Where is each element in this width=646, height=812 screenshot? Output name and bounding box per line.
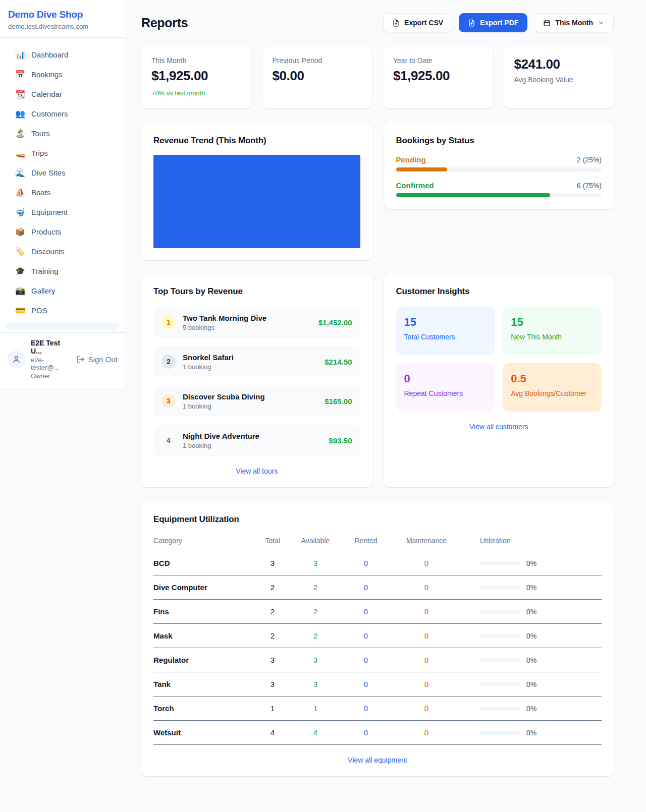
tour-info: Night Dive Adventure1 booking	[183, 432, 322, 449]
rank-badge: 3	[162, 394, 176, 408]
sidebar-item-dive-sites[interactable]: 🌊Dive Sites	[6, 163, 119, 183]
tour-name: Discover Scuba Diving	[183, 392, 317, 401]
tour-revenue: $93.50	[329, 436, 352, 445]
equipment-table: CategoryTotalAvailableRentedMaintenanceU…	[153, 534, 602, 745]
equipment-available: 3	[290, 559, 341, 567]
status-head: Confirmed6 (75%)	[396, 181, 602, 190]
insight-label: Total Customers	[404, 333, 487, 341]
equipment-total: 1	[255, 704, 290, 713]
equipment-maintenance: 0	[391, 680, 462, 688]
insight-value: 15	[404, 316, 487, 329]
status-value: 2 (25%)	[577, 156, 602, 164]
stat-label: Avg Booking Value	[514, 76, 604, 84]
stat-cards: This Month$1,925.00+0% vs last monthPrev…	[141, 46, 614, 108]
view-all-equipment-link[interactable]: View all equipment	[153, 756, 602, 764]
status-rows: Pending2 (25%)Confirmed6 (75%)	[396, 155, 602, 197]
sidebar-item-label: Training	[31, 267, 59, 275]
sidebar-item-tours[interactable]: 🏝️Tours	[6, 124, 119, 143]
equipment-total: 2	[255, 631, 290, 640]
sidebar-item-customers[interactable]: 👥Customers	[6, 104, 119, 124]
utilization-percent: 0%	[526, 656, 536, 664]
export-csv-button[interactable]: Export CSV	[383, 13, 452, 32]
sidebar-item-gallery[interactable]: 📸Gallery	[6, 281, 119, 301]
island-icon: 🏝️	[15, 129, 24, 138]
equipment-total: 3	[255, 680, 290, 688]
sidebar-item-discounts[interactable]: 🏷️Discounts	[6, 242, 119, 261]
table-row: Wetsuit44000%	[153, 721, 602, 745]
file-download-icon	[468, 19, 475, 27]
equipment-available: 3	[290, 656, 341, 664]
equipment-total: 3	[255, 559, 290, 567]
table-row: Torch11000%	[153, 697, 602, 721]
sign-out-button[interactable]: Sign Out	[76, 355, 118, 364]
sidebar-item-trips[interactable]: 🚤Trips	[6, 143, 119, 163]
status-bar-track	[396, 167, 602, 171]
equipment-maintenance: 0	[391, 704, 462, 713]
equipment-rented: 0	[341, 680, 391, 688]
export-pdf-button[interactable]: Export PDF	[459, 13, 527, 32]
tour-revenue: $214.50	[325, 358, 352, 366]
equipment-available: 2	[290, 583, 341, 592]
sidebar-item-reports-partial[interactable]	[6, 322, 119, 330]
sidebar-item-equipment[interactable]: 🤿Equipment	[6, 202, 119, 222]
column-header: Rented	[341, 537, 391, 545]
sidebar-item-training[interactable]: 🎓Training	[6, 261, 119, 281]
equipment-rented: 0	[341, 656, 391, 664]
header-actions: Export CSV Export PDF This Month	[383, 13, 614, 32]
insight-tile: 15New This Month	[503, 307, 602, 355]
brand-block: Demo Dive Shop demo.test.divestreams.com	[0, 0, 125, 38]
period-dropdown[interactable]: This Month	[534, 13, 614, 32]
tour-name: Snorkel Safari	[183, 353, 317, 362]
equipment-maintenance: 0	[391, 728, 462, 737]
sidebar-item-dashboard[interactable]: 📊Dashboard	[6, 45, 119, 65]
export-csv-label: Export CSV	[404, 19, 443, 27]
stat-label: This Month	[151, 56, 241, 65]
top-tours-title: Top Tours by Revenue	[153, 286, 360, 297]
equipment-table-header: CategoryTotalAvailableRentedMaintenanceU…	[153, 534, 602, 551]
sidebar-item-boats[interactable]: ⛵Boats	[6, 183, 119, 202]
sidebar-item-label: POS	[31, 306, 47, 315]
equipment-utilization-cell: 0%	[462, 705, 602, 713]
avatar	[7, 351, 25, 369]
user-role: Owner	[31, 372, 71, 380]
utilization-percent: 0%	[526, 608, 536, 616]
sidebar-item-calendar[interactable]: 📆Calendar	[6, 84, 119, 104]
status-head: Pending2 (25%)	[396, 155, 602, 164]
stat-card: This Month$1,925.00+0% vs last month	[141, 46, 251, 108]
sidebar-footer: E2E Test U... e2e-tester@... Owner Sign …	[0, 332, 125, 388]
package-icon: 📦	[15, 227, 24, 237]
equipment-maintenance: 0	[391, 583, 462, 592]
page-title: Reports	[141, 16, 188, 30]
equipment-utilization-cell: 0%	[462, 680, 602, 688]
sidebar-item-bookings[interactable]: 📅Bookings	[6, 65, 119, 84]
equipment-category: Fins	[153, 607, 255, 616]
utilization-bar	[480, 707, 520, 711]
tour-name: Two Tank Morning Dive	[183, 314, 311, 322]
stat-delta: +0% vs last month	[151, 89, 241, 97]
equipment-utilization-cell: 0%	[462, 656, 602, 664]
utilization-percent: 0%	[526, 584, 536, 592]
user-name: E2E Test U...	[31, 339, 71, 355]
sidebar-item-pos[interactable]: 💳POS	[6, 301, 119, 320]
sidebar-item-products[interactable]: 📦Products	[6, 222, 119, 242]
tour-info: Snorkel Safari1 booking	[183, 353, 317, 371]
equipment-rented: 0	[341, 728, 391, 737]
rank-badge: 2	[162, 355, 176, 369]
sidebar-item-label: Equipment	[31, 208, 68, 216]
equipment-utilization-cell: 0%	[462, 584, 602, 592]
stat-card: Previous Period$0.00	[262, 46, 372, 108]
stat-card: Year to Date$1,925.00	[383, 46, 493, 108]
equipment-utilization-cell: 0%	[462, 632, 602, 640]
equipment-category: Dive Computer	[153, 583, 255, 592]
utilization-percent: 0%	[526, 729, 536, 737]
view-all-customers-link[interactable]: View all customers	[396, 423, 602, 431]
stat-label: Previous Period	[273, 56, 362, 65]
stat-value: $0.00	[273, 68, 362, 84]
revenue-trend-card: Revenue Trend (This Month)	[141, 124, 372, 260]
view-all-tours-link[interactable]: View all tours	[153, 467, 360, 475]
equipment-available: 1	[290, 704, 341, 713]
sidebar-item-label: Dive Sites	[31, 168, 66, 177]
insight-value: 15	[511, 316, 594, 329]
tour-bookings: 5 bookings	[183, 324, 311, 331]
utilization-percent: 0%	[526, 632, 536, 640]
